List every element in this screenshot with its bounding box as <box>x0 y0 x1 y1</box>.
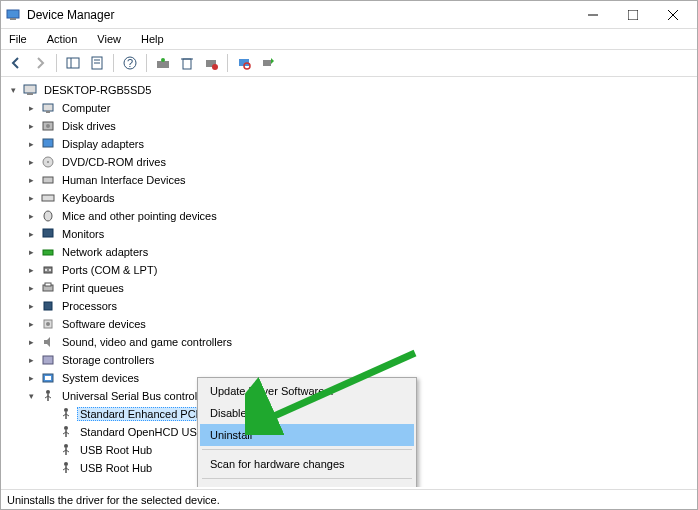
category-label: Print queues <box>59 281 127 295</box>
maximize-button[interactable] <box>613 2 653 28</box>
expand-icon[interactable]: ▸ <box>25 354 37 366</box>
minimize-button[interactable] <box>573 2 613 28</box>
sound-icon <box>40 334 56 350</box>
category-label: Network adapters <box>59 245 151 259</box>
expand-icon[interactable]: ▸ <box>25 246 37 258</box>
ctx-uninstall[interactable]: Uninstall <box>200 424 414 446</box>
expand-icon[interactable]: ▸ <box>25 210 37 222</box>
tree-category[interactable]: ▸Human Interface Devices <box>3 171 695 189</box>
usb-icon <box>58 442 74 458</box>
menu-view[interactable]: View <box>93 31 125 47</box>
expand-icon[interactable]: ▸ <box>25 192 37 204</box>
svg-point-33 <box>44 211 52 221</box>
expand-icon[interactable]: ▸ <box>25 228 37 240</box>
expand-icon[interactable]: ▸ <box>25 372 37 384</box>
add-legacy-button[interactable] <box>257 52 279 74</box>
menu-file[interactable]: File <box>5 31 31 47</box>
expand-icon[interactable]: ▸ <box>25 300 37 312</box>
forward-button[interactable] <box>29 52 51 74</box>
expand-icon[interactable]: ▸ <box>25 120 37 132</box>
disk-icon <box>40 118 56 134</box>
svg-point-14 <box>161 58 165 62</box>
dvd-icon <box>40 154 56 170</box>
ctx-properties[interactable]: Properties <box>200 482 414 487</box>
tree-category[interactable]: ▸Software devices <box>3 315 695 333</box>
category-label: Monitors <box>59 227 107 241</box>
tree-root[interactable]: ▾ DESKTOP-RGB5SD5 <box>3 81 695 99</box>
status-text: Uninstalls the driver for the selected d… <box>7 494 220 506</box>
svg-rect-34 <box>43 229 53 237</box>
svg-rect-21 <box>263 60 271 66</box>
hid-icon <box>40 172 56 188</box>
tree-category[interactable]: ▸Keyboards <box>3 189 695 207</box>
tree-category[interactable]: ▸Processors <box>3 297 695 315</box>
usb-icon <box>58 460 74 476</box>
storage-icon <box>40 352 56 368</box>
svg-rect-15 <box>183 59 191 69</box>
svg-rect-44 <box>43 356 53 364</box>
tree-category[interactable]: ▸Display adapters <box>3 135 695 153</box>
uninstall-button[interactable] <box>176 52 198 74</box>
svg-point-63 <box>64 462 68 466</box>
close-button[interactable] <box>653 2 693 28</box>
tree-category[interactable]: ▸Computer <box>3 99 695 117</box>
tree-category[interactable]: ▸Sound, video and game controllers <box>3 333 695 351</box>
network-icon <box>40 244 56 260</box>
svg-rect-0 <box>7 10 19 18</box>
app-icon <box>5 7 21 23</box>
ctx-disable[interactable]: Disable <box>200 402 414 424</box>
properties-button[interactable] <box>86 52 108 74</box>
collapse-icon[interactable]: ▾ <box>7 84 19 96</box>
back-button[interactable] <box>5 52 27 74</box>
show-hide-tree-button[interactable] <box>62 52 84 74</box>
expand-icon[interactable]: ▸ <box>25 318 37 330</box>
separator <box>202 449 412 450</box>
menu-help[interactable]: Help <box>137 31 168 47</box>
root-label: DESKTOP-RGB5SD5 <box>41 83 154 97</box>
expand-icon[interactable]: ▸ <box>25 264 37 276</box>
category-label: Software devices <box>59 317 149 331</box>
svg-rect-28 <box>43 139 53 147</box>
svg-point-30 <box>47 161 49 163</box>
disable-button[interactable] <box>200 52 222 74</box>
tree-category[interactable]: ▸Network adapters <box>3 243 695 261</box>
tree-category[interactable]: ▸Mice and other pointing devices <box>3 207 695 225</box>
expand-icon[interactable]: ▸ <box>25 102 37 114</box>
ctx-update-driver[interactable]: Update Driver Software... <box>200 380 414 402</box>
svg-rect-6 <box>67 58 79 68</box>
svg-rect-32 <box>42 195 54 201</box>
tree-category[interactable]: ▸Storage controllers <box>3 351 695 369</box>
menu-action[interactable]: Action <box>43 31 82 47</box>
separator <box>202 478 412 479</box>
expand-icon[interactable]: ▸ <box>25 336 37 348</box>
category-label: Processors <box>59 299 120 313</box>
expand-icon[interactable]: ▸ <box>25 174 37 186</box>
expand-icon[interactable]: ▸ <box>25 282 37 294</box>
svg-rect-41 <box>44 302 52 310</box>
tree-category[interactable]: ▸DVD/CD-ROM drives <box>3 153 695 171</box>
ctx-scan[interactable]: Scan for hardware changes <box>200 453 414 475</box>
scan-hardware-button[interactable] <box>233 52 255 74</box>
expand-icon[interactable]: ▾ <box>25 390 37 402</box>
help-button[interactable]: ? <box>119 52 141 74</box>
svg-rect-23 <box>27 93 33 95</box>
tree-category[interactable]: ▸Monitors <box>3 225 695 243</box>
tree-category[interactable]: ▸Disk drives <box>3 117 695 135</box>
port-icon <box>40 262 56 278</box>
separator <box>146 54 147 72</box>
tree-category[interactable]: ▸Ports (COM & LPT) <box>3 261 695 279</box>
expand-icon[interactable]: ▸ <box>25 138 37 150</box>
svg-point-51 <box>64 408 68 412</box>
device-tree[interactable]: ▾ DESKTOP-RGB5SD5 ▸Computer▸Disk drives▸… <box>1 77 697 487</box>
update-driver-button[interactable] <box>152 52 174 74</box>
device-label: USB Root Hub <box>77 461 155 475</box>
svg-point-27 <box>46 124 50 128</box>
spacer <box>43 426 55 438</box>
tree-category[interactable]: ▸Print queues <box>3 279 695 297</box>
expand-icon[interactable]: ▸ <box>25 156 37 168</box>
device-label: USB Root Hub <box>77 443 155 457</box>
usb-icon <box>58 406 74 422</box>
category-label: Display adapters <box>59 137 147 151</box>
category-label: Ports (COM & LPT) <box>59 263 160 277</box>
svg-point-37 <box>45 269 47 271</box>
